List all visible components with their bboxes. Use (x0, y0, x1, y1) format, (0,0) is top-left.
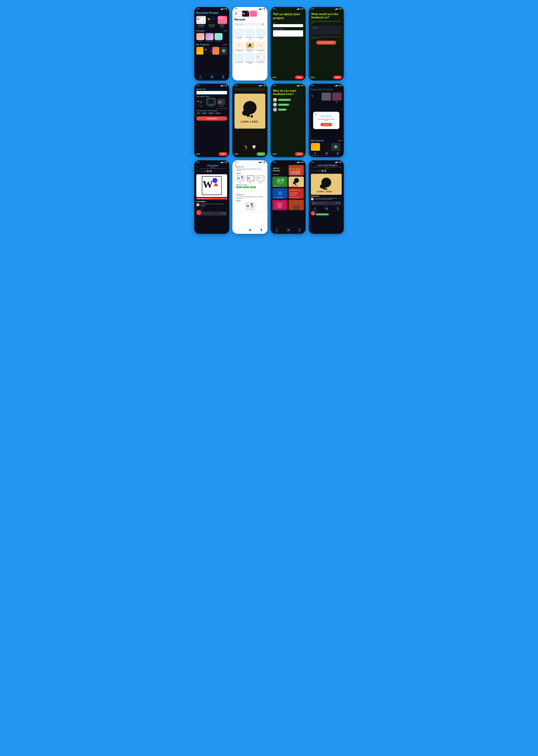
back-btn-6[interactable]: Back (235, 153, 238, 155)
next-btn-4[interactable]: Next (333, 75, 342, 79)
nav-profile-11[interactable]: 👤 My Profile (297, 228, 302, 232)
proj-c[interactable] (212, 47, 219, 55)
nav-profile-1[interactable]: 👤 My Profile (221, 75, 225, 79)
desc-input[interactable]: Input text (273, 30, 303, 36)
file-243-process[interactable]: 243 Process Book 11/6/23 (235, 54, 244, 65)
version-dot-luna-3[interactable]: 3 (324, 170, 326, 172)
draw-tool-erase[interactable]: ⬜ Erase (252, 145, 255, 150)
success-my-proj-b[interactable] (321, 143, 330, 151)
page-card-3[interactable]: LUNALABS Luna Labs (217, 98, 226, 107)
file-hawkins[interactable]: HAWKINS LOGO 10/17/23 926 KB (245, 42, 255, 53)
recipient-group4a[interactable]: Group 4A (273, 108, 303, 112)
think-chip-1[interactable]: Page 1 (236, 186, 242, 188)
file-lecture-notes[interactable]: Lecture Notes 10/17/23 757.7 MB (235, 29, 244, 41)
proj-a[interactable] (196, 47, 203, 55)
think-chip-2[interactable]: Page 2 (243, 186, 249, 188)
nav-dashboard-12[interactable]: ⊞ Dashboard (313, 207, 317, 211)
my-projects-see-all[interactable]: See all (338, 140, 342, 141)
draw-tool-draw[interactable]: ✏️ Draw (244, 145, 247, 150)
grid-item-overprint[interactable]: TYPEOVER Type Overprinting Exercise (289, 165, 304, 175)
grid-item-luna[interactable]: LUNA LABS Luna Logo Designs (289, 176, 304, 187)
nav-groups-10[interactable]: 👥 Groups (248, 228, 252, 232)
feedback-on-input[interactable]: Input text (311, 26, 341, 34)
nav-profile-8[interactable]: 👤 My Profile (336, 152, 340, 156)
version-dot-luna-2[interactable]: 2 (321, 170, 323, 172)
grid-item-typeface[interactable]: ABCDEMNOPQ Typeface Test (272, 165, 288, 175)
version-dot-3[interactable]: 3 (210, 170, 212, 172)
chip-drawing[interactable]: Drawing (208, 112, 214, 114)
back-btn-7[interactable]: Back (273, 153, 277, 155)
groups-see-all[interactable]: See all (224, 30, 227, 31)
heart-icon-w[interactable]: ♡ (226, 203, 227, 205)
chip-select[interactable]: Select... (215, 112, 221, 114)
success-my-proj-a[interactable] (311, 143, 320, 151)
grid-item-bird[interactable]: Bird Illustration (272, 176, 288, 187)
mini-thumb-web[interactable]: W 2 (242, 11, 249, 17)
nav-groups-8[interactable]: 👥 Groups (325, 152, 328, 156)
reply-btn-w[interactable]: Reply (200, 209, 203, 210)
project-logo-redesign[interactable]: W Logo Redesign Leo Browne Branding 2 Cl… (196, 16, 206, 28)
back-btn-5[interactable]: Back (196, 153, 200, 155)
survey-page-3[interactable]: W Page 3 (256, 175, 265, 183)
nav-profile-12[interactable]: 👤 My Profile (336, 207, 340, 211)
mini-thumb-poster[interactable]: 5 (250, 11, 257, 17)
group-branding2[interactable]: Branding 2 Class (205, 33, 213, 41)
next-btn-3[interactable]: Next (295, 75, 303, 79)
page-card-2[interactable]: Luna Labs (206, 98, 216, 107)
chip-textbox[interactable]: Textbox (201, 112, 207, 114)
nav-dashboard-11[interactable]: ⊞ Dashboard (274, 228, 279, 232)
version-dot-luna-1[interactable]: 1 (319, 170, 321, 172)
think-chip-3[interactable]: Page 3 (250, 186, 256, 188)
project-web-symbol[interactable]: W Web Symbol Mia Green 2024 Students (207, 16, 217, 28)
view-post-btn[interactable]: View Post (320, 123, 332, 126)
done-btn-6[interactable]: Done (256, 152, 265, 156)
projects-see-all[interactable]: See all (224, 44, 227, 45)
flag-btn-w[interactable]: 🚩 (196, 210, 201, 215)
back-arrow-w[interactable]: ‹ (196, 165, 197, 168)
title-input[interactable]: Input text (273, 24, 303, 27)
proj-b[interactable]: W (204, 47, 211, 55)
file-kathryn[interactable]: Kathryn Haw...port ✎ 10/6/23 245 KB (245, 29, 255, 41)
nav-groups-12[interactable]: 👥 Groups (325, 207, 328, 211)
success-close-icon[interactable]: ✕ (315, 113, 317, 116)
project-poster[interactable]: POSTER Poster S... Alex Gray Group 4A (218, 16, 227, 28)
group-4a[interactable]: Group 4A (196, 33, 204, 41)
nav-groups-1[interactable]: 👥 Groups (210, 75, 213, 79)
file-ux-site[interactable]: PDF UX Site Final PDF 7/2/23 1.9 MB (235, 42, 244, 53)
back-btn-4[interactable]: Back (311, 76, 315, 78)
recipient-branding2[interactable]: Branding 2 Class (273, 98, 303, 102)
next-btn-7[interactable]: Next (295, 152, 303, 156)
file-cover-concepts[interactable]: ABCDEF Cover Concepts 3 11/6/23 (256, 54, 265, 65)
survey-page-2[interactable]: W Page 2 (246, 175, 255, 183)
next-btn-5[interactable]: Next (219, 152, 227, 156)
version-dot-1[interactable]: 1 (204, 170, 206, 172)
add-question-btn[interactable]: Add Question (196, 117, 227, 120)
nav-dashboard-8[interactable]: ⊞ Dashboard (313, 152, 317, 156)
file-245-process[interactable]: PDF 245 Process Book 10/9/23 444.9 MB (256, 42, 265, 53)
add-comment-bar-luna[interactable]: Add a comment 🎤 📎 (311, 201, 342, 205)
upload-proj[interactable]: ↑ (220, 47, 227, 55)
q-input[interactable]: Input text (196, 91, 227, 95)
back-btn-3[interactable]: Back (273, 76, 277, 78)
nav-dashboard-10[interactable]: ⊞ Dashboard (236, 228, 241, 232)
view-responses-btn[interactable]: View Responses To Survey (316, 213, 329, 215)
nav-profile-10[interactable]: 👤 My Profile (259, 228, 264, 232)
version-dot-2[interactable]: 2 (207, 170, 209, 172)
survey-close-icon[interactable]: ✕ (235, 164, 237, 166)
success-upload-proj[interactable]: ↑ (331, 143, 340, 151)
nav-groups-11[interactable]: 👥 Groups (287, 228, 290, 232)
grid-item-sticker[interactable]: LEARN VISUALLY "Learn Visually" Sticker (272, 188, 288, 199)
page-card-1[interactable]: WLUNALABS Page 1 (196, 98, 205, 107)
survey-page-1[interactable]: W Page 1 (236, 175, 245, 183)
back-arrow-luna[interactable]: ‹ (311, 164, 312, 167)
file-243-v2[interactable]: 243 Process Book V2_26 11/6/23 (245, 54, 255, 65)
grid-item-person[interactable] (289, 200, 304, 210)
mini-thumb-logo[interactable]: W (235, 11, 242, 17)
chip-poll[interactable]: Poll (196, 112, 200, 114)
grid-item-construction[interactable]: CONSTRUCTIONPhotographySlideshow Photogr… (289, 188, 304, 199)
draw-area[interactable]: LUNA LABS (235, 94, 265, 129)
file-book-report[interactable]: Book Report ✎ 10/17/23 118 KB (256, 29, 265, 41)
heart-icon-luna[interactable]: ☆ (340, 198, 342, 200)
grid-item-pink[interactable] (272, 200, 288, 210)
recipient-2024[interactable]: 2024 Students (273, 103, 303, 107)
